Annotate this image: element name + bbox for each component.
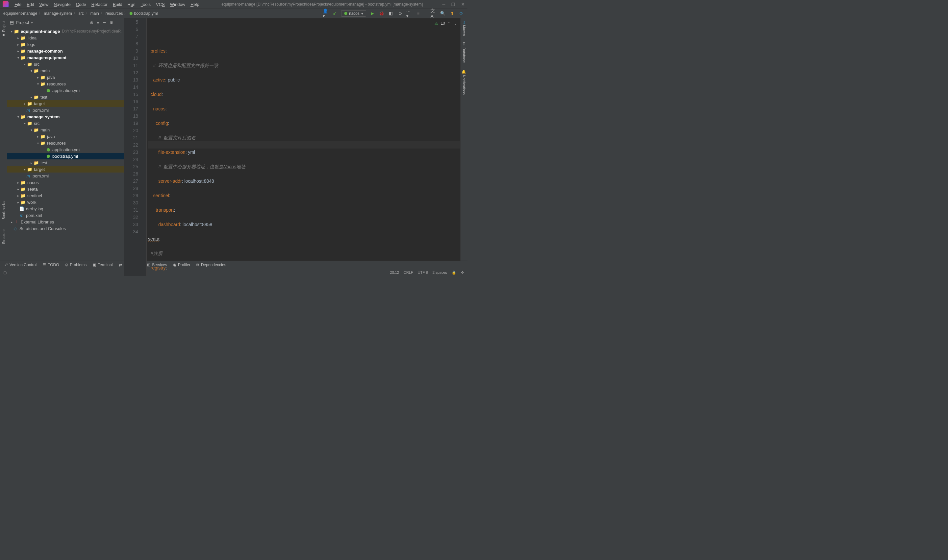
menu-refactor[interactable]: Refactor <box>89 2 110 7</box>
code-editor[interactable]: 5678910111213141516171819202122232425262… <box>124 18 460 276</box>
profile-icon[interactable]: ⊙ <box>397 11 403 17</box>
tree-row[interactable]: mpom.xml <box>7 107 124 113</box>
run-icon[interactable]: ▶ <box>369 11 375 17</box>
breadcrumb-item[interactable]: equipment-manage <box>3 11 37 16</box>
breadcrumb-item[interactable]: src <box>79 11 84 16</box>
tree-row[interactable]: ▸📁target <box>7 166 124 172</box>
breadcrumb-item[interactable]: bootstrap.yml <box>134 11 157 16</box>
bookmarks-tool-button[interactable]: Bookmarks <box>2 202 6 220</box>
project-view-label[interactable]: Project <box>16 20 29 25</box>
left-tool-strip: ■ Project Bookmarks Structure <box>0 18 7 261</box>
project-view-dropdown-icon[interactable]: ▾ <box>31 20 33 25</box>
ide-update-icon[interactable]: ⬆ <box>449 11 455 17</box>
breadcrumb: equipment-manage〉 manage-system〉 src〉 ma… <box>3 11 158 16</box>
tree-row[interactable]: ▾📁src <box>7 120 124 126</box>
tree-row[interactable]: ▸📁work <box>7 199 124 205</box>
tree-row[interactable]: mpom.xml <box>7 172 124 179</box>
search-icon[interactable]: 🔍 <box>440 11 446 17</box>
menu-edit[interactable]: Edit <box>24 2 37 7</box>
tree-row-selected[interactable]: ⬢bootstrap.yml <box>7 153 124 159</box>
menu-navigate[interactable]: Navigate <box>51 2 73 7</box>
back-icon[interactable]: ↙ <box>332 11 338 17</box>
tree-row[interactable]: ⬢application.yml <box>7 146 124 153</box>
tree-row[interactable]: ▾📁main <box>7 68 124 74</box>
translate-icon[interactable]: 文A <box>431 11 437 17</box>
code-content[interactable]: profiles: # 环境也是和配置文件保持一致 active: public… <box>147 18 460 276</box>
maximize-icon[interactable]: ❐ <box>451 2 455 7</box>
menu-file[interactable]: File <box>12 2 24 7</box>
menu-tools[interactable]: Tools <box>138 2 153 7</box>
menu-view[interactable]: View <box>37 2 51 7</box>
hide-icon[interactable]: — <box>117 20 121 25</box>
debug-icon[interactable]: 🐞 <box>378 11 384 17</box>
tree-row[interactable]: ▾📁manage-system <box>7 113 124 120</box>
tree-row[interactable]: ▾📁equipment-manageD:\YhcResource\myProje… <box>7 28 124 34</box>
project-tool-button[interactable]: ■ Project <box>2 21 6 37</box>
tree-row[interactable]: ▸📁logs <box>7 41 124 48</box>
project-view-icon[interactable]: ▤ <box>10 20 14 25</box>
editor-inspection-status[interactable]: ⚠10 ⌃ ⌄ <box>434 20 457 27</box>
window-title: equipment-manage [D:\YhcResource\myProje… <box>202 2 442 6</box>
database-tool-button[interactable]: 🗄 Database <box>462 42 466 63</box>
editor-area: ⬢bootstrap.yml× ⬢manage-equipment\...\ap… <box>124 18 460 261</box>
right-tool-strip: m Maven 🗄 Database 🔔 Notifications <box>460 18 468 261</box>
problems-button[interactable]: ⊘ Problems <box>65 263 87 267</box>
navigation-bar: equipment-manage〉 manage-system〉 src〉 ma… <box>0 9 468 18</box>
breadcrumb-item[interactable]: resources <box>106 11 123 16</box>
tree-row[interactable]: ◇Scratches and Consoles <box>7 225 124 232</box>
status-left-icon[interactable]: ▢ <box>3 271 6 275</box>
menu-bar: File Edit View Navigate Code Refactor Bu… <box>0 0 468 9</box>
terminal-button[interactable]: ▣ Terminal <box>93 263 113 267</box>
close-icon[interactable]: ✕ <box>461 2 465 7</box>
tree-row[interactable]: 📄derby.log <box>7 205 124 212</box>
tree-row[interactable]: ▸📁nacos <box>7 179 124 186</box>
tree-row[interactable]: mpom.xml <box>7 212 124 218</box>
tree-row[interactable]: ▸📁manage-common <box>7 48 124 54</box>
stop-icon[interactable]: ■ <box>415 11 422 17</box>
settings-sync-icon[interactable]: ⟳ <box>458 11 464 17</box>
structure-tool-button[interactable]: Structure <box>2 229 6 244</box>
tree-row[interactable]: ▸📁java <box>7 133 124 140</box>
fold-gutter[interactable] <box>142 18 147 276</box>
project-tree[interactable]: ▾📁equipment-manageD:\YhcResource\myProje… <box>7 27 124 261</box>
breadcrumb-item[interactable]: manage-system <box>44 11 72 16</box>
minimize-icon[interactable]: ─ <box>442 2 445 7</box>
menu-vcs[interactable]: VCS <box>153 2 167 7</box>
menu-help[interactable]: Help <box>188 2 202 7</box>
tree-row[interactable]: ▾📁manage-equipment <box>7 54 124 61</box>
run-config-selector[interactable]: ⬢nacos▾ <box>341 10 366 17</box>
tree-row[interactable]: ▸📁.idea <box>7 34 124 41</box>
tree-row[interactable]: ▸📁sentinel <box>7 192 124 199</box>
tree-row[interactable]: ▸📁target <box>7 100 124 107</box>
tree-row[interactable]: ▸📁test <box>7 94 124 100</box>
maven-tool-button[interactable]: m Maven <box>462 21 466 36</box>
coverage-icon[interactable]: ◧ <box>388 11 394 17</box>
select-opened-icon[interactable]: ⊕ <box>90 20 93 25</box>
menu-run[interactable]: Run <box>125 2 138 7</box>
user-dropdown-icon[interactable]: 👤▾ <box>323 11 329 17</box>
tree-row[interactable]: ▾📁src <box>7 61 124 68</box>
menu-code[interactable]: Code <box>73 2 89 7</box>
collapse-all-icon[interactable]: ≣ <box>103 20 106 25</box>
tree-row[interactable]: ▾📁main <box>7 126 124 133</box>
project-panel: ▤ Project ▾ ⊕ ≡ ≣ ⚙ — ▾📁equipment-manage… <box>7 18 124 261</box>
tree-row[interactable]: ⬢application.yml <box>7 87 124 94</box>
breadcrumb-item[interactable]: main <box>91 11 99 16</box>
status-extra-icon[interactable]: ❖ <box>461 271 464 275</box>
tree-row[interactable]: ▾📁resources <box>7 140 124 146</box>
settings-icon[interactable]: ⚙ <box>110 20 113 25</box>
tree-row[interactable]: ▸📁java <box>7 74 124 80</box>
menu-window[interactable]: Window <box>167 2 188 7</box>
tree-row[interactable]: ▸⫴External Libraries <box>7 218 124 225</box>
notifications-tool-button[interactable]: 🔔 Notifications <box>462 69 466 95</box>
tree-row[interactable]: ▾📁resources <box>7 80 124 87</box>
expand-all-icon[interactable]: ≡ <box>97 20 99 25</box>
menu-build[interactable]: Build <box>110 2 125 7</box>
next-highlight-icon[interactable]: ⌄ <box>454 20 457 27</box>
version-control-button[interactable]: ⎇ Version Control <box>3 263 37 267</box>
more-run-icon[interactable]: ⋯▾ <box>406 11 412 17</box>
todo-button[interactable]: ☰ TODO <box>42 263 59 267</box>
tree-row[interactable]: ▸📁seata <box>7 186 124 192</box>
tree-row[interactable]: ▸📁test <box>7 159 124 166</box>
prev-highlight-icon[interactable]: ⌃ <box>448 20 451 27</box>
